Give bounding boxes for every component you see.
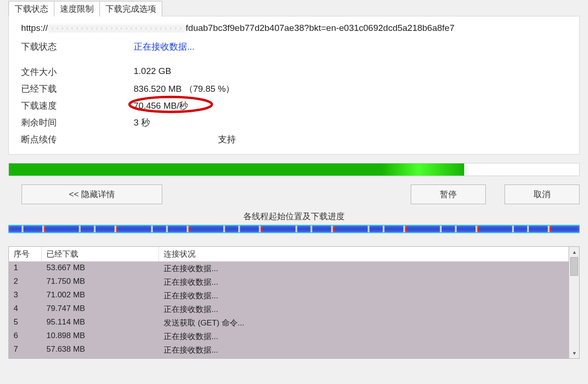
cell-index: 1 [9, 263, 42, 274]
cell-index: 4 [9, 303, 42, 315]
tab-download-status[interactable]: 下载状态 [8, 1, 54, 16]
resume-value: 支持 [218, 133, 236, 146]
cell-connection: 正在接收数据... [159, 263, 569, 274]
table-row[interactable]: 153.667 MB正在接收数据... [9, 262, 569, 275]
cell-index: 6 [9, 331, 42, 342]
remaining-label: 剩余时间 [21, 117, 134, 129]
cell-connection: 发送获取 (GET) 命令... [159, 317, 569, 329]
downloaded-value: 836.520 MB （79.85 %） [134, 83, 234, 95]
cell-index: 2 [9, 276, 42, 288]
col-connection[interactable]: 连接状况 [159, 247, 569, 261]
cell-index: 3 [9, 290, 42, 302]
cell-connection: 正在接收数据... [159, 290, 569, 302]
download-url: https://xxxxxxxxxxxxxxxxxxxxxxxxxxxxfdua… [21, 23, 570, 33]
speed-label: 下载速度 [21, 100, 134, 112]
scrollbar[interactable]: ▴ ▾ [569, 247, 579, 358]
tab-speed-limit[interactable]: 速度限制 [54, 1, 100, 16]
hide-details-button[interactable]: << 隐藏详情 [22, 185, 162, 204]
cell-downloaded: 10.898 MB [42, 331, 159, 342]
table-row[interactable]: 877.541 MB正在接收数据... [9, 357, 569, 358]
table-row[interactable]: 271.750 MB正在接收数据... [9, 275, 569, 289]
cell-downloaded: 71.750 MB [42, 276, 159, 288]
cell-downloaded: 71.002 MB [42, 290, 159, 302]
download-info-panel: https://xxxxxxxxxxxxxxxxxxxxxxxxxxxxfdua… [8, 16, 580, 155]
scroll-up-icon[interactable]: ▴ [569, 247, 579, 257]
cell-connection: 正在接收数据... [159, 303, 569, 315]
scroll-thumb[interactable] [570, 257, 578, 276]
cell-downloaded: 95.114 MB [42, 317, 159, 329]
cancel-button[interactable]: 取消 [505, 185, 580, 204]
threads-heading: 各线程起始位置及下载进度 [0, 211, 588, 222]
table-row[interactable]: 610.898 MB正在接收数据... [9, 330, 569, 343]
remaining-value: 3 秒 [134, 117, 150, 129]
speed-value: 70.456 MB/秒 [134, 101, 188, 111]
scroll-down-icon[interactable]: ▾ [569, 348, 579, 358]
cell-index: 8 [9, 358, 42, 358]
url-suffix: fduab7bc3f9eb77d2b407ae38?bkt=en-e031c06… [186, 23, 454, 33]
cell-connection: 正在接收数据... [159, 344, 569, 356]
scroll-track[interactable] [569, 257, 579, 348]
filesize-value: 1.022 GB [134, 66, 171, 78]
cell-downloaded: 53.667 MB [42, 263, 159, 274]
tab-bar: 下载状态 速度限制 下载完成选项 [8, 0, 588, 16]
progress-bar [8, 163, 580, 176]
cell-downloaded: 77.541 MB [42, 358, 159, 358]
cell-index: 7 [9, 344, 42, 356]
cell-downloaded: 79.747 MB [42, 303, 159, 315]
url-redacted: xxxxxxxxxxxxxxxxxxxxxxxxxxxx [48, 23, 186, 33]
table-row[interactable]: 479.747 MB正在接收数据... [9, 303, 569, 316]
thread-position-bar [8, 225, 580, 233]
threads-table: 序号 已经下载 连接状况 153.667 MB正在接收数据...271.750 … [8, 246, 580, 359]
pause-button[interactable]: 暂停 [411, 185, 486, 204]
col-downloaded[interactable]: 已经下载 [42, 247, 159, 261]
status-label: 下载状态 [21, 41, 134, 53]
tab-complete-options[interactable]: 下载完成选项 [99, 1, 162, 16]
table-row[interactable]: 595.114 MB发送获取 (GET) 命令... [9, 316, 569, 330]
downloaded-label: 已经下载 [21, 83, 134, 95]
cell-index: 5 [9, 317, 42, 329]
resume-label: 断点续传 [21, 133, 134, 146]
cell-connection: 正在接收数据... [159, 331, 569, 342]
url-prefix: https:// [21, 23, 48, 33]
table-row[interactable]: 757.638 MB正在接收数据... [9, 343, 569, 357]
cell-connection: 正在接收数据... [159, 276, 569, 288]
cell-connection: 正在接收数据... [159, 358, 569, 358]
button-row: << 隐藏详情 暂停 取消 [22, 185, 580, 204]
progress-fill [9, 163, 464, 176]
table-header: 序号 已经下载 连接状况 [9, 247, 569, 262]
cell-downloaded: 57.638 MB [42, 344, 159, 356]
filesize-label: 文件大小 [21, 66, 134, 78]
table-row[interactable]: 371.002 MB正在接收数据... [9, 289, 569, 303]
status-value: 正在接收数据... [134, 41, 195, 53]
col-index[interactable]: 序号 [9, 247, 42, 261]
